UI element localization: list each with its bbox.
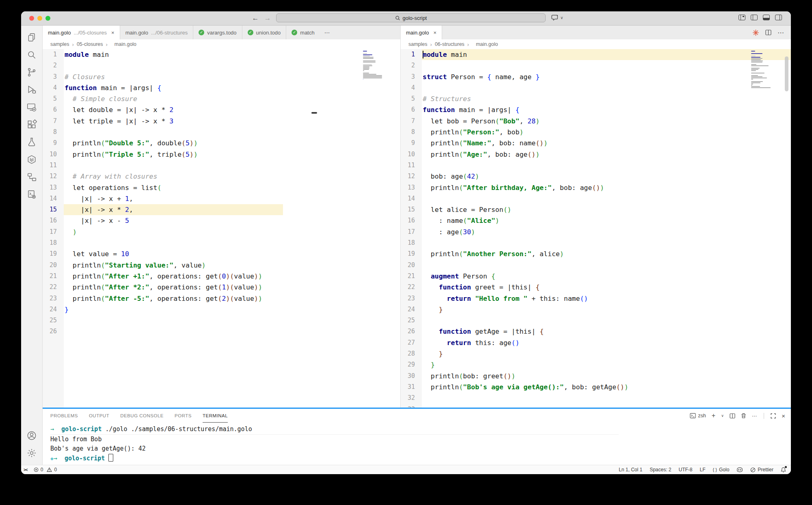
source-control-icon[interactable] [26,67,37,78]
code-line[interactable]: 3# Closures [43,71,400,82]
navigate-forward-button[interactable]: → [263,13,272,23]
tab-varargs.todo[interactable]: ✓varargs.todo [193,26,242,39]
panel-tab-terminal[interactable]: TERMINAL [203,409,228,423]
breadcrumb-item[interactable]: samples [408,41,428,47]
code-line[interactable]: 29 } [401,359,791,370]
code-line[interactable]: 14 |x| -> x + 1, [43,193,400,204]
code-line[interactable]: 6 let double = |x| -> x * 2 [43,104,400,115]
eol-sequence[interactable]: LF [700,467,706,473]
close-tab-icon[interactable]: × [433,30,436,36]
code-line[interactable]: 26 function getAge = |this| { [401,326,791,337]
sash-handle[interactable] [311,112,317,114]
code-line[interactable]: 17 ) [43,227,400,237]
code-line[interactable]: 24 } [401,304,791,315]
code-line[interactable]: 9 println("Name:", bob: name()) [401,138,791,149]
code-line[interactable]: 23 println("After -5:", operations: get(… [43,293,400,304]
code-line[interactable]: 18 [401,237,791,248]
minimap-right[interactable] [751,51,776,91]
split-terminal-icon[interactable] [730,413,735,419]
terminal-dropdown-chevron[interactable]: ∨ [721,414,724,418]
copilot-sparkle-icon[interactable] [752,29,759,36]
panel-tab-ports[interactable]: PORTS [175,409,192,423]
terminal-output[interactable]: → golo-script ./golo ./samples/06-struct… [43,423,791,465]
editor-left[interactable]: 1module main23# Closures4function main =… [43,49,400,408]
tab-main.golo[interactable]: main.golo.../05-closures× [43,26,120,39]
code-line[interactable]: 20 [401,260,791,271]
code-line[interactable]: 9 println("Double 5:", double(5)) [43,138,400,149]
code-line[interactable]: 7 let triple = |x| -> x * 3 [43,116,400,127]
code-line[interactable]: 1module main [401,49,791,60]
copilot-chat-button[interactable]: ∨ [551,14,563,21]
close-window-button[interactable] [29,16,34,21]
code-line[interactable]: 13 let operations = list( [43,182,400,193]
breadcrumb-right[interactable]: samples›06-structures›main.golo [401,39,791,49]
code-line[interactable]: 1module main [43,49,400,60]
settings-gear-icon[interactable] [26,447,37,458]
code-line[interactable]: 2 [43,60,400,71]
breadcrumb-item[interactable]: samples [50,41,69,47]
code-line[interactable]: 5 # Simple closure [43,93,400,104]
code-line[interactable]: 22 println("After *2:", operations: get(… [43,282,400,293]
breadcrumb-left[interactable]: samples›05-closures›main.golo [43,39,400,49]
editor-right[interactable]: 1module main23struct Person = { name, ag… [401,49,791,408]
extensions-icon[interactable] [26,119,37,130]
tab-main.golo[interactable]: main.golo.../06-structures [120,26,194,39]
panel-more-actions[interactable]: ⋯ [752,413,758,419]
code-line[interactable]: 22 function greet = |this| { [401,282,791,293]
code-line[interactable]: 20 println("Starting value:", value) [43,260,400,271]
code-line[interactable]: 24} [43,304,400,315]
code-line[interactable]: 16 : name("Alice") [401,215,791,226]
breadcrumb-item[interactable]: 06-structures [435,41,464,47]
code-line[interactable]: 11 [401,160,791,171]
code-line[interactable]: 25 [43,315,400,326]
minimap-left[interactable] [363,51,388,82]
copilot-status-icon[interactable] [736,467,743,473]
panel-tab-debug-console[interactable]: DEBUG CONSOLE [120,409,164,423]
encoding[interactable]: UTF-8 [679,467,693,473]
code-line[interactable]: 23 return "Hello from " + this: name() [401,293,791,304]
code-line[interactable]: 6function main = |args| { [401,104,791,115]
notifications-bell-icon[interactable] [781,467,786,473]
breadcrumb-item[interactable]: main.golo [114,41,136,47]
code-line[interactable]: 26 [43,326,400,337]
code-line[interactable]: 3struct Person = { name, age } [401,71,791,82]
testing-icon[interactable] [26,136,37,147]
code-line[interactable]: 12 # Array with closures [43,171,400,182]
scrollbar-slider[interactable] [785,56,788,91]
code-line[interactable]: 19 let value = 10 [43,248,400,259]
code-line[interactable]: 15 |x| -> x * 2, [43,204,400,215]
breadcrumb-item[interactable]: main.golo [476,41,498,47]
code-line[interactable]: 30 println(bob: greet()) [401,371,791,382]
close-panel-button[interactable]: × [782,412,785,419]
maximize-panel-icon[interactable] [771,413,776,419]
container-icon[interactable] [26,154,37,165]
panel-tab-problems[interactable]: PROBLEMS [50,409,78,423]
new-terminal-button[interactable]: + [712,413,715,419]
code-line[interactable]: 14 [401,193,791,204]
code-line[interactable]: 21 println("After +1:", operations: get(… [43,271,400,282]
code-line[interactable]: 33 [401,404,791,408]
tab-union.todo[interactable]: ✓union.todo [242,26,287,39]
code-line[interactable]: 28 } [401,348,791,359]
toggle-panel-icon[interactable] [763,15,770,20]
editor-more-actions[interactable]: ⋯ [777,29,784,37]
code-line[interactable]: 32 [401,393,791,404]
code-line[interactable]: 5# Structures [401,93,791,104]
code-line[interactable]: 2 [401,60,791,71]
code-line[interactable]: 10 println("Triple 5:", triple(5)) [43,149,400,160]
code-line[interactable]: 15 let alice = Person() [401,204,791,215]
split-editor-icon[interactable] [765,30,771,35]
kill-terminal-icon[interactable] [741,413,746,419]
toggle-secondary-sidebar-icon[interactable] [775,15,782,20]
code-line[interactable]: 4function main = |args| { [43,82,400,93]
explorer-icon[interactable] [26,32,37,43]
code-line[interactable]: 17 : age(30) [401,227,791,237]
indentation[interactable]: Spaces: 2 [650,467,671,473]
customize-layout-icon[interactable] [739,15,745,20]
code-line[interactable]: 19 println("Another Person:", alice) [401,248,791,259]
command-center-search[interactable]: golo-script [276,13,546,22]
navigate-back-button[interactable]: ← [251,13,260,23]
code-line[interactable]: 11 [43,160,400,171]
code-line[interactable]: 12 bob: age(42) [401,171,791,182]
problems-indicator[interactable]: 0 0 [34,467,57,473]
